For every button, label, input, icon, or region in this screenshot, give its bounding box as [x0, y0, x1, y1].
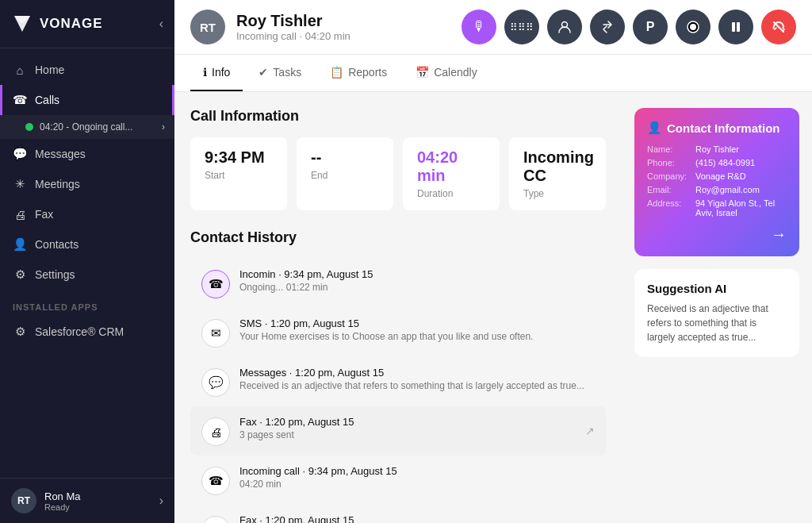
contacts-action-button[interactable] — [547, 10, 582, 44]
call-info-title: Call Information — [190, 108, 606, 125]
tasks-tab-label: Tasks — [273, 66, 301, 79]
fax-icon: 🖨 — [13, 207, 27, 221]
history-text-5: Fax · 1:20 pm, August 15 1 pages receive… — [239, 514, 595, 523]
tab-tasks[interactable]: ✔ Tasks — [246, 55, 314, 91]
caller-name: Roy Tishler — [236, 12, 350, 30]
sidebar-item-salesforce[interactable]: ⚙ Salesforce® CRM — [0, 317, 174, 347]
suggestion-ai-title: Suggestion AI — [647, 282, 787, 295]
history-title-1: SMS · 1:20 pm, August 15 — [239, 317, 595, 329]
vonage-title-text: VONAGE — [40, 16, 103, 32]
history-desc-1: Your Home exercises is to Choose an app … — [239, 331, 595, 342]
contact-card-title: 👤 Contact Information — [647, 121, 787, 135]
mute-button[interactable]: 🎙 — [462, 10, 496, 44]
user-avatar: RT — [11, 488, 36, 513]
caller-initials: RT — [200, 21, 216, 34]
start-value: 9:34 PM — [205, 148, 273, 167]
settings-icon: ⚙ — [13, 267, 27, 282]
duration-value: 04:20 min — [417, 148, 485, 185]
contacts-icon: 👤 — [13, 237, 27, 252]
contact-label-company: Company: — [647, 171, 691, 181]
contact-label-address: Address: — [647, 198, 691, 217]
history-icon-2: 💬 — [201, 368, 230, 397]
transfer-button[interactable] — [590, 10, 625, 44]
caller-details: Roy Tishler Incoming call · 04:20 min — [236, 12, 350, 42]
list-item[interactable]: ✉ SMS · 1:20 pm, August 15 Your Home exe… — [190, 308, 606, 357]
content-area: Call Information 9:34 PM Start -- End 04… — [174, 92, 812, 523]
contact-field-email: Email: Roy@gmail.com — [647, 185, 787, 194]
list-item[interactable]: 💬 Messages · 1:20 pm, August 15 Received… — [190, 357, 606, 406]
contacts-label: Contacts — [35, 238, 79, 251]
history-title-2: Messages · 1:20 pm, August 15 — [239, 367, 595, 379]
pause-button[interactable] — [718, 10, 753, 44]
history-icon-4: ☎ — [201, 467, 230, 495]
user-chevron[interactable]: › — [159, 494, 163, 508]
hangup-button[interactable] — [761, 10, 796, 44]
suggestion-ai-text: Received is an adjective that refers to … — [647, 302, 787, 344]
contact-value-email: Roy@gmail.com — [695, 185, 760, 194]
tab-calendly[interactable]: 📅 Calendly — [403, 55, 489, 91]
svg-rect-3 — [732, 22, 735, 32]
home-label: Home — [35, 63, 64, 76]
contact-field-company: Company: Vonage R&D — [647, 171, 787, 181]
duration-label: Duration — [417, 188, 485, 199]
right-panel: 👤 Contact Information Name: Roy Tishler … — [622, 92, 812, 523]
user-initials: RT — [17, 495, 30, 506]
sidebar-footer: RT Ron Ma Ready › — [0, 478, 174, 523]
sidebar-collapse-button[interactable]: ‹ — [159, 17, 163, 31]
history-title-0: Incomin · 9:34 pm, August 15 — [239, 268, 595, 280]
sidebar-item-messages[interactable]: 💬 Messages — [0, 139, 174, 169]
list-item[interactable]: ☎ Incoming call · 9:34 pm, August 15 04:… — [190, 456, 606, 505]
home-icon: ⌂ — [13, 63, 27, 77]
contact-field-name: Name: Roy Tishler — [647, 144, 787, 154]
end-label: End — [311, 170, 379, 181]
call-info-cards: 9:34 PM Start -- End 04:20 min Duration … — [190, 137, 606, 210]
caller-info: RT Roy Tishler Incoming call · 04:20 min — [190, 10, 350, 44]
calendly-tab-label: Calendly — [434, 66, 477, 79]
contact-arrow-button[interactable]: → — [647, 225, 787, 244]
fax-label: Fax — [35, 208, 53, 221]
start-label: Start — [205, 170, 273, 181]
history-icon-1: ✉ — [201, 319, 230, 348]
list-item[interactable]: 🖨 Fax · 1:20 pm, August 15 1 pages recei… — [190, 505, 606, 523]
sidebar-item-calls[interactable]: ☎ Calls — [0, 85, 174, 115]
contact-field-address: Address: 94 Yigal Alon St., Tel Aviv, Is… — [647, 198, 787, 217]
topbar: RT Roy Tishler Incoming call · 04:20 min… — [174, 0, 812, 55]
vonage-logo: VONAGE — [11, 13, 103, 35]
user-info: RT Ron Ma Ready — [11, 488, 81, 513]
contact-value-phone: (415) 484-0991 — [695, 158, 755, 167]
sidebar-item-fax[interactable]: 🖨 Fax — [0, 199, 174, 229]
svg-point-2 — [690, 24, 696, 30]
record-button[interactable] — [676, 10, 710, 44]
contact-value-address: 94 Yigal Alon St., Tel Aviv, Israel — [695, 198, 787, 217]
sidebar-item-meetings[interactable]: ✳ Meetings — [0, 169, 174, 199]
history-title-4: Incoming call · 9:34 pm, August 15 — [239, 465, 595, 477]
sidebar-item-contacts[interactable]: 👤 Contacts — [0, 229, 174, 260]
ongoing-call-label: 04:20 - Ongoing call... — [40, 121, 132, 133]
contact-card: 👤 Contact Information Name: Roy Tishler … — [634, 108, 799, 256]
left-panel: Call Information 9:34 PM Start -- End 04… — [174, 92, 622, 523]
reports-tab-label: Reports — [348, 66, 387, 79]
keypad-button[interactable]: ⠿⠿⠿ — [504, 10, 539, 44]
installed-apps-label: INSTALLED APPS — [0, 290, 174, 317]
sidebar: VONAGE ‹ ⌂ Home ☎ Calls 04:20 - Ongoing … — [0, 0, 174, 523]
list-item[interactable]: 🖨 Fax · 1:20 pm, August 15 3 pages sent … — [190, 406, 606, 456]
sidebar-item-home[interactable]: ⌂ Home — [0, 55, 174, 85]
user-name: Ron Ma — [44, 490, 81, 502]
sidebar-header: VONAGE ‹ — [0, 0, 174, 48]
list-item[interactable]: ☎ Incomin · 9:34 pm, August 15 Ongoing..… — [190, 259, 606, 308]
external-link-icon[interactable]: ↗ — [585, 425, 595, 437]
end-card: -- End — [297, 137, 393, 210]
tab-reports[interactable]: 📋 Reports — [317, 55, 400, 91]
ongoing-call-chevron: › — [162, 121, 165, 133]
caller-subtitle: Incoming call · 04:20 min — [236, 30, 350, 42]
messages-icon: 💬 — [13, 147, 27, 161]
p-button[interactable]: P — [633, 10, 668, 44]
sidebar-item-settings[interactable]: ⚙ Settings — [0, 260, 174, 290]
ongoing-call-item[interactable]: 04:20 - Ongoing call... › — [0, 115, 174, 139]
meetings-icon: ✳ — [13, 177, 27, 191]
history-text-0: Incomin · 9:34 pm, August 15 Ongoing... … — [239, 268, 595, 293]
tab-info[interactable]: ℹ Info — [190, 55, 243, 91]
contact-value-company: Vonage R&D — [695, 171, 746, 181]
contact-value-name: Roy Tishler — [695, 144, 739, 154]
meetings-label: Meetings — [35, 178, 80, 190]
